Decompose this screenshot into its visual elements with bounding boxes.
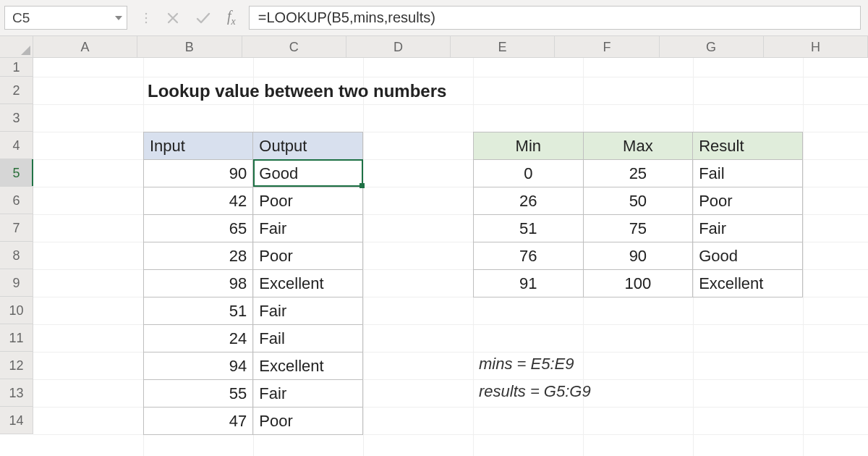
cell-input[interactable]: 55 xyxy=(144,380,253,408)
fx-icon[interactable]: fx xyxy=(227,8,236,28)
svg-point-2 xyxy=(145,21,147,22)
cell-max[interactable]: 90 xyxy=(583,242,693,270)
table-row: 51Fair xyxy=(144,297,363,325)
cell-max[interactable]: 50 xyxy=(583,187,693,215)
lookup-table: Min Max Result 025Fail 2650Poor 5175Fair… xyxy=(473,132,803,297)
table-row: 7690Good xyxy=(474,242,803,270)
cell-min[interactable]: 91 xyxy=(474,270,584,297)
col-header[interactable]: C xyxy=(242,36,346,57)
cell-output[interactable]: Fair xyxy=(253,380,363,408)
row-headers: 1 2 3 4 5 6 7 8 9 10 11 12 13 14 xyxy=(0,58,33,434)
table-row: 98Excellent xyxy=(144,270,363,297)
row-header[interactable]: 14 xyxy=(0,407,33,434)
col-header[interactable]: H xyxy=(764,36,868,57)
row-header[interactable]: 7 xyxy=(0,214,33,242)
col-header[interactable]: D xyxy=(346,36,451,57)
divider-icon xyxy=(145,11,150,25)
page-title: Lookup value between two numbers xyxy=(148,81,446,101)
formula-input[interactable]: =LOOKUP(B5,mins,results) xyxy=(249,6,861,30)
row-header-selected[interactable]: 5 xyxy=(0,159,33,187)
cell-output[interactable]: Poor xyxy=(253,242,363,270)
cell-input[interactable]: 28 xyxy=(144,242,253,270)
row-header[interactable]: 3 xyxy=(0,104,33,132)
io-table: Input Output 90Good 42Poor 65Fair 28Poor… xyxy=(143,132,363,435)
col-header[interactable]: E xyxy=(451,36,555,57)
cell-input[interactable]: 94 xyxy=(144,352,253,380)
cell-max[interactable]: 75 xyxy=(583,215,693,242)
cell-max[interactable]: 100 xyxy=(583,270,693,297)
cell-output[interactable]: Fair xyxy=(253,215,363,242)
row-header[interactable]: 10 xyxy=(0,297,33,324)
cell-output[interactable]: Good xyxy=(253,160,363,187)
row-header[interactable]: 11 xyxy=(0,324,33,352)
row-header[interactable]: 2 xyxy=(0,77,33,104)
cell-input[interactable]: 47 xyxy=(144,408,253,435)
io-header-output[interactable]: Output xyxy=(253,132,363,160)
cell-max[interactable]: 25 xyxy=(583,160,693,187)
table-row: 28Poor xyxy=(144,242,363,270)
row-header[interactable]: 4 xyxy=(0,132,33,159)
col-header[interactable]: G xyxy=(660,36,764,57)
cell-result[interactable]: Fail xyxy=(693,160,803,187)
svg-point-0 xyxy=(145,12,147,14)
lookup-header-result[interactable]: Result xyxy=(693,132,803,160)
cell-input[interactable]: 90 xyxy=(144,160,253,187)
table-row: 94Excellent xyxy=(144,352,363,380)
row-header[interactable]: 6 xyxy=(0,187,33,214)
cell-min[interactable]: 51 xyxy=(474,215,584,242)
cell-result[interactable]: Good xyxy=(693,242,803,270)
column-headers: A B C D E F G H xyxy=(33,36,868,58)
row-header[interactable]: 12 xyxy=(0,352,33,379)
cell-result[interactable]: Fair xyxy=(693,215,803,242)
enter-icon[interactable] xyxy=(195,12,211,25)
col-header[interactable]: B xyxy=(137,36,242,57)
grid-area[interactable]: Lookup value between two numbers Input O… xyxy=(33,58,868,456)
formula-bar-buttons: fx xyxy=(145,8,236,28)
cell-input[interactable]: 98 xyxy=(144,270,253,297)
io-header-row: Input Output xyxy=(144,132,363,160)
cell-input[interactable]: 65 xyxy=(144,215,253,242)
cell-input[interactable]: 24 xyxy=(144,325,253,352)
cell-output[interactable]: Poor xyxy=(253,187,363,215)
table-row: 90Good xyxy=(144,160,363,187)
select-all-corner[interactable] xyxy=(0,36,33,58)
note-mins: mins = E5:E9 xyxy=(479,355,574,373)
cell-output[interactable]: Excellent xyxy=(253,270,363,297)
table-row: 5175Fair xyxy=(474,215,803,242)
table-row: 24Fail xyxy=(144,325,363,352)
cell-output[interactable]: Fail xyxy=(253,325,363,352)
cell-min[interactable]: 76 xyxy=(474,242,584,270)
cell-content-layer: Lookup value between two numbers Input O… xyxy=(33,58,868,456)
row-header[interactable]: 13 xyxy=(0,379,33,407)
name-box[interactable]: C5 xyxy=(4,6,127,30)
cell-input[interactable]: 51 xyxy=(144,297,253,325)
lookup-header-row: Min Max Result xyxy=(474,132,803,160)
cell-min[interactable]: 26 xyxy=(474,187,584,215)
row-header[interactable]: 1 xyxy=(0,58,33,77)
cell-result[interactable]: Poor xyxy=(693,187,803,215)
note-results: results = G5:G9 xyxy=(479,382,591,401)
row-header[interactable]: 9 xyxy=(0,269,33,297)
spreadsheet: A B C D E F G H 1 2 3 4 5 6 7 8 9 10 11 … xyxy=(0,36,868,456)
io-header-input[interactable]: Input xyxy=(144,132,253,160)
cancel-icon[interactable] xyxy=(166,12,179,25)
table-row: 42Poor xyxy=(144,187,363,215)
table-row: 91100Excellent xyxy=(474,270,803,297)
lookup-header-max[interactable]: Max xyxy=(583,132,693,160)
cell-result[interactable]: Excellent xyxy=(693,270,803,297)
name-box-value: C5 xyxy=(12,10,30,26)
cell-output[interactable]: Poor xyxy=(253,408,363,435)
cell-min[interactable]: 0 xyxy=(474,160,584,187)
table-row: 65Fair xyxy=(144,215,363,242)
lookup-header-min[interactable]: Min xyxy=(474,132,584,160)
row-header[interactable]: 8 xyxy=(0,242,33,269)
chevron-down-icon[interactable] xyxy=(115,16,122,20)
cell-output[interactable]: Excellent xyxy=(253,352,363,380)
col-header[interactable]: A xyxy=(33,36,137,57)
svg-point-1 xyxy=(145,17,147,18)
col-header[interactable]: F xyxy=(555,36,659,57)
formula-text: =LOOKUP(B5,mins,results) xyxy=(258,9,435,26)
table-row: 47Poor xyxy=(144,408,363,435)
cell-output[interactable]: Fair xyxy=(253,297,363,325)
cell-input[interactable]: 42 xyxy=(144,187,253,215)
